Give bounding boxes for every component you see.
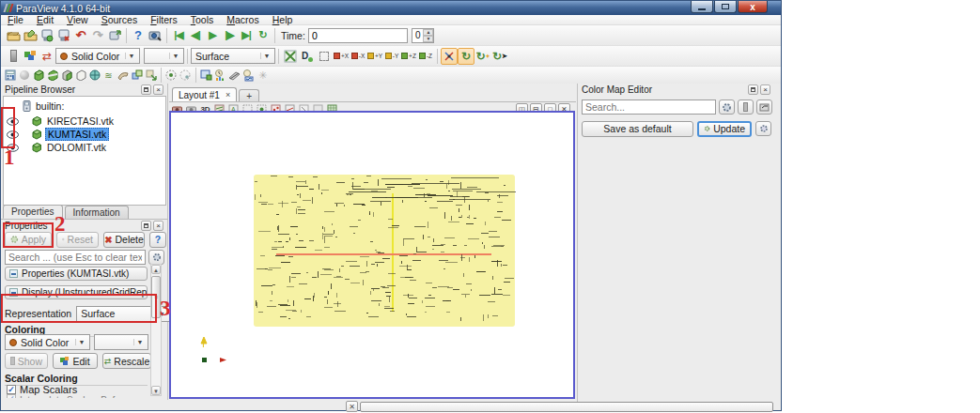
tab-information[interactable]: Information [65, 206, 129, 219]
disconnect-server-icon[interactable] [55, 27, 72, 44]
time-input[interactable] [308, 28, 408, 43]
section-display[interactable]: Display (UnstructuredGridRepresentation) [5, 285, 148, 299]
close-button[interactable]: x [738, 1, 768, 13]
float-panel-button[interactable] [141, 84, 151, 95]
open-file-icon[interactable] [5, 27, 22, 44]
coloring-component-combo[interactable]: ▼ [94, 334, 148, 350]
menu-sources[interactable]: Sources [101, 14, 138, 25]
view-plus-x-icon[interactable]: +X [333, 48, 350, 65]
reset-center-icon[interactable]: ↻✦ [474, 48, 491, 65]
show-center-axes-icon[interactable] [441, 48, 458, 65]
scrollbar-thumb[interactable]: ≡ [151, 276, 161, 318]
show-button[interactable]: Show [5, 353, 48, 369]
play-icon[interactable]: ▶ [204, 27, 221, 44]
edit-color-map-button[interactable]: Edit [53, 353, 98, 369]
menu-view[interactable]: View [67, 14, 88, 25]
interactive-select-icon[interactable]: ✳ [256, 69, 270, 83]
connect-server-icon[interactable] [39, 27, 55, 44]
add-layout-tab[interactable]: + [239, 89, 259, 101]
camera-undo-icon[interactable] [106, 27, 123, 44]
pipeline-item-kirectasi[interactable]: KIRECTASI.vtk [4, 115, 165, 128]
delete-button[interactable]: ✖ Delete [103, 232, 145, 248]
spin-down-icon[interactable]: ▼ [423, 36, 433, 42]
selection-points-sphere-icon[interactable] [179, 69, 193, 83]
redo-icon[interactable]: ↷ [89, 27, 106, 44]
first-frame-icon[interactable]: |◀ [170, 27, 187, 44]
menu-help[interactable]: Help [272, 14, 293, 25]
choose-preset-button[interactable] [756, 99, 772, 115]
slice-icon[interactable] [45, 69, 59, 83]
close-panel-button[interactable]: × [760, 84, 770, 95]
tab-properties[interactable]: Properties [3, 205, 63, 219]
section-properties-source[interactable]: Properties (KUMTASI.vtk) [5, 267, 148, 281]
view-plus-y-icon[interactable]: +Y [366, 48, 383, 65]
color-legend-icon[interactable] [5, 48, 22, 65]
extract-level-icon[interactable] [144, 69, 158, 83]
reset-camera-icon[interactable] [282, 48, 299, 65]
color-array-combo[interactable]: ▼ [144, 48, 184, 64]
screenshot-icon[interactable] [147, 27, 163, 44]
contour-icon[interactable] [17, 69, 31, 83]
minimize-button[interactable] [691, 1, 713, 13]
visibility-eye-icon[interactable] [7, 144, 20, 152]
float-panel-button[interactable] [748, 84, 758, 95]
abort-progress-button[interactable]: ✕ [346, 401, 358, 412]
glyph-icon[interactable] [87, 69, 101, 83]
properties-search-input[interactable] [5, 250, 146, 265]
plot-over-time-icon[interactable] [213, 69, 227, 83]
view-minus-y-icon[interactable]: -Y [383, 48, 400, 65]
map-scalars-checkbox[interactable]: ✓ [7, 385, 16, 394]
color-mode-combo[interactable]: Solid Color ▼ [55, 48, 140, 64]
pipeline-item-dolomit[interactable]: DOLOMIT.vtk [4, 141, 165, 154]
save-data-icon[interactable] [22, 27, 39, 44]
pick-center-icon[interactable]: ↻ [458, 48, 474, 65]
next-frame-icon[interactable]: |▶ [221, 27, 238, 44]
rescale-range-icon[interactable]: ⇄ [39, 48, 55, 65]
group-datasets-icon[interactable] [130, 69, 144, 83]
colormap-options-gear-button[interactable] [719, 99, 735, 115]
calculator-icon[interactable] [3, 69, 17, 83]
layout-tab-active[interactable]: Layout #1 × [172, 87, 237, 101]
menu-tools[interactable]: Tools [191, 14, 214, 25]
coloring-mode-combo[interactable]: Solid Color ▼ [5, 334, 90, 350]
colormap-search-input[interactable] [582, 99, 716, 115]
edit-color-map-icon[interactable] [22, 48, 39, 65]
selection-cells-sphere-icon[interactable] [164, 69, 179, 83]
toggle-indicator-button[interactable] [738, 99, 754, 115]
warp-vector-icon[interactable] [116, 69, 130, 83]
scroll-down-icon[interactable]: ▼ [151, 386, 161, 395]
auto-update-button[interactable] [755, 121, 771, 136]
plot-over-line-icon[interactable] [227, 69, 241, 83]
extract-subset-icon[interactable] [73, 69, 87, 83]
scroll-up-icon[interactable]: ▲ [151, 265, 161, 274]
visibility-eye-icon[interactable] [7, 117, 20, 126]
render-view[interactable] [169, 111, 575, 399]
stream-tracer-icon[interactable]: ≋ [101, 69, 116, 83]
help-icon[interactable]: ? [130, 27, 147, 44]
frame-spinbox[interactable]: 0 ▲▼ [412, 28, 435, 43]
pipeline-item-builtin[interactable]: builtin: [4, 99, 165, 113]
maximize-button[interactable] [714, 1, 737, 13]
menu-edit[interactable]: Edit [37, 14, 54, 25]
loop-icon[interactable]: ↻ [255, 27, 272, 44]
zoom-to-data-icon[interactable]: D [299, 48, 316, 65]
rescale-button[interactable]: ⇄ Rescale [102, 353, 151, 369]
menu-file[interactable]: File [8, 14, 23, 25]
previous-frame-icon[interactable]: ◀| [187, 27, 204, 44]
view-plus-z-icon[interactable]: +Z [400, 48, 417, 65]
menu-filters[interactable]: Filters [150, 14, 178, 25]
representation-combo[interactable]: Surface ▼ [191, 48, 275, 64]
pipeline-item-kumtasi[interactable]: KUMTASI.vtk [4, 128, 165, 141]
interpolate-checkbox[interactable]: ✓ [7, 394, 16, 398]
probe-location-icon[interactable] [241, 69, 256, 83]
close-tab-icon[interactable]: × [226, 90, 230, 99]
properties-scrollbar[interactable]: ▲ ≡ ▼ [150, 264, 162, 396]
camera-rotate-icon[interactable]: ↻➤ [491, 48, 508, 65]
reset-button[interactable]: Reset [56, 232, 99, 248]
visibility-eye-icon[interactable] [7, 130, 20, 139]
search-options-gear-button[interactable] [148, 250, 164, 265]
help-button[interactable]: ? [149, 232, 166, 248]
threshold-icon[interactable] [59, 69, 73, 83]
menu-macros[interactable]: Macros [226, 14, 258, 25]
view-minus-x-icon[interactable]: -X [350, 48, 366, 65]
